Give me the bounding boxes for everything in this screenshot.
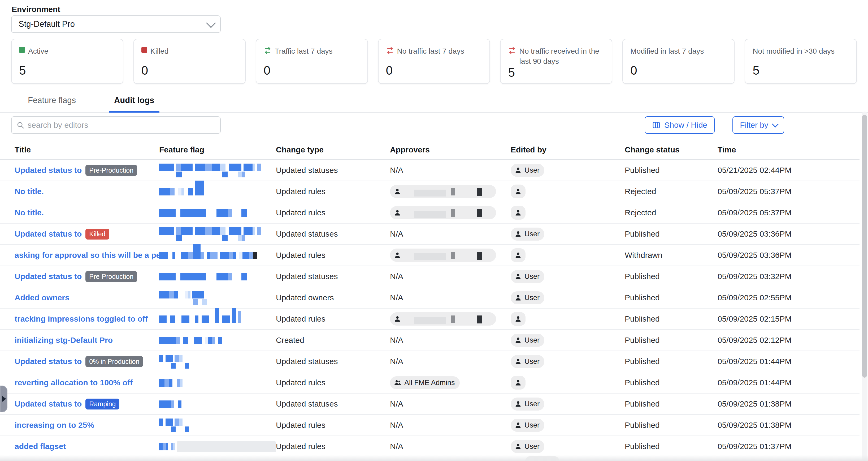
change-status-cell: Published [625, 378, 718, 387]
change-type-cell: Updated rules [276, 208, 390, 217]
feature-flag-redacted [159, 163, 276, 177]
audit-title-link[interactable]: initializing stg-Default Pro [14, 336, 113, 345]
table-row: Added owners Updated owners N/A User Pub… [0, 287, 860, 309]
filter-by-button[interactable]: Filter by [733, 116, 784, 134]
audit-title-link[interactable]: increasing on to 25% [14, 421, 94, 430]
column-header: Change status [625, 145, 718, 154]
person-icon [515, 422, 522, 429]
approver-redacted-pill [390, 312, 496, 325]
audit-title-link[interactable]: asking for approval so this will be a pe [14, 251, 159, 260]
search-box[interactable] [11, 116, 221, 134]
audit-title-link[interactable]: Updated status to [14, 357, 82, 366]
feature-flag-cell [159, 209, 276, 217]
audit-title-link[interactable]: Updated status to [14, 272, 82, 281]
change-status-cell: Rejected [625, 187, 718, 196]
approvers-cell: N/A [390, 293, 511, 302]
approver-redacted-pill [390, 249, 496, 262]
approvers-na: N/A [390, 421, 403, 429]
edited-by-icon-pill [511, 376, 526, 390]
change-status-cell: Published [625, 314, 718, 323]
stat-card-5: Modified in last 7 days 0 [622, 39, 735, 84]
search-input[interactable] [28, 120, 215, 129]
audit-title-link[interactable]: added flagset [14, 442, 66, 451]
edited-by-cell: User [511, 164, 625, 177]
table-row: Updated status to Pre-Production Updated… [0, 160, 860, 181]
edited-by-icon-pill [511, 248, 526, 262]
edited-by-user-pill: User [511, 419, 545, 432]
title-cell: increasing on to 25% [14, 421, 159, 430]
tab-bar: Feature flags Audit logs [0, 93, 868, 113]
status-badge: Killed [86, 229, 109, 239]
approvers-cell: N/A [390, 336, 511, 345]
time-cell: 05/09/2025 03:36PM [718, 229, 860, 238]
edited-by-cell: User [511, 440, 625, 453]
person-icon [515, 188, 522, 195]
stat-label: Modified in last 7 days [630, 46, 704, 56]
change-status-cell: Published [625, 272, 718, 281]
audit-title-link[interactable]: No title. [14, 187, 44, 196]
expand-arrow-icon [2, 396, 6, 402]
change-status-cell: Published [625, 229, 718, 238]
audit-title-link[interactable]: No title. [14, 208, 44, 217]
title-cell: Updated status to Ramping [14, 399, 159, 409]
audit-title-link[interactable]: Added owners [14, 293, 69, 302]
stat-value: 5 [508, 66, 604, 79]
status-badge: Ramping [86, 399, 119, 409]
partial-next-row-pill [525, 456, 559, 461]
environment-select[interactable]: Stg-Default Pro [11, 16, 221, 33]
audit-title-link[interactable]: reverting allocation to 100% off [14, 378, 133, 387]
table-row: Updated status to Pre-Production Updated… [0, 266, 860, 287]
vertical-scrollbar[interactable] [862, 112, 867, 461]
approvers-cell [390, 206, 511, 219]
status-badge: Pre-Production [86, 271, 137, 282]
audit-title-link[interactable]: Updated status to [14, 399, 82, 408]
feature-flag-cell [159, 400, 276, 408]
approvers-na: N/A [390, 272, 403, 281]
audit-title-link[interactable]: Updated status to [14, 166, 82, 175]
person-icon [394, 315, 401, 323]
change-status-cell: Published [625, 293, 718, 302]
stat-value: 0 [142, 64, 238, 77]
table-row: No title. Updated rules Rejected 05/09/2… [0, 181, 860, 202]
person-icon [515, 209, 522, 217]
feature-flag-redacted [159, 227, 276, 241]
table-row: reverting allocation to 100% off Updated… [0, 372, 860, 394]
stat-card-4: No traffic received in the last 90 days … [500, 39, 612, 84]
approvers-cell: N/A [390, 229, 511, 238]
table-body: Updated status to Pre-Production Updated… [0, 160, 860, 457]
title-cell: Updated status to 0% in Production [14, 356, 159, 367]
tab-feature-flags[interactable]: Feature flags [23, 93, 81, 112]
feature-flag-redacted [159, 336, 276, 344]
feature-flag-cell [159, 251, 276, 259]
audit-title-link[interactable]: Updated status to [14, 229, 82, 238]
feature-flag-redacted [159, 379, 276, 387]
audit-title-link[interactable]: tracking impressions toggled to off [14, 314, 148, 323]
traffic-arrows-icon [508, 47, 516, 54]
title-cell: Updated status to Pre-Production [14, 165, 159, 176]
chevron-down-icon [772, 121, 779, 127]
time-cell: 05/09/2025 01:44PM [718, 357, 860, 366]
change-type-cell: Updated owners [276, 293, 390, 302]
feature-flag-cell [159, 315, 276, 323]
change-type-cell: Updated statuses [276, 272, 390, 281]
person-icon [515, 400, 522, 408]
stat-label: Not modified in >30 days [753, 46, 835, 56]
person-icon [394, 188, 401, 195]
approvers-cell: N/A [390, 421, 511, 430]
tab-audit-logs[interactable]: Audit logs [109, 93, 160, 112]
sidebar-expand-handle[interactable] [0, 385, 7, 412]
person-icon [515, 167, 522, 174]
edited-by-user-pill: User [511, 164, 545, 177]
approvers-cell: All FME Admins [390, 376, 511, 389]
approvers-na: N/A [390, 357, 403, 366]
edited-by-cell: User [511, 419, 625, 432]
edited-by-cell [511, 206, 625, 220]
edited-by-icon-pill [511, 206, 526, 220]
table-row: increasing on to 25% Updated rules N/A U… [0, 415, 860, 436]
stats-cards: Active 5Killed 0Traffic last 7 days 0No … [11, 39, 857, 84]
feature-flag-cell [159, 163, 276, 177]
show-hide-button[interactable]: Show / Hide [645, 116, 715, 134]
person-icon [515, 358, 522, 365]
columns-icon [652, 121, 660, 129]
scrollbar-thumb[interactable] [862, 115, 867, 378]
